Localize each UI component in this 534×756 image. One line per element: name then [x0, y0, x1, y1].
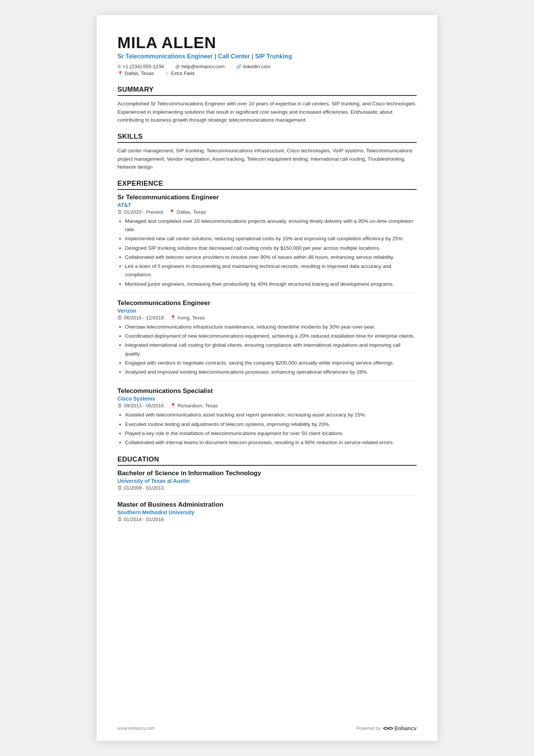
- edu-item: Bachelor of Science in Information Techn…: [117, 470, 417, 496]
- bullet-item: Integrated international call routing fo…: [125, 341, 417, 358]
- skills-heading: SKILLS: [117, 133, 417, 143]
- location-contact: 📍 Dallas, Texas: [117, 70, 154, 76]
- pin-icon: 📍: [170, 315, 176, 321]
- job-dates: 🗓 09/2013 - 05/2016: [117, 403, 164, 409]
- job-company: Verizon: [117, 308, 417, 314]
- job-item: Sr Telecommunications EngineerAT&T 🗓 01/…: [117, 194, 417, 293]
- job-title: Telecommunications Engineer: [117, 299, 417, 307]
- summary-text: Accomplished Sr Telecommunications Engin…: [117, 100, 417, 124]
- job-bullets: Assisted with telecommunications asset t…: [117, 411, 417, 447]
- linkedin-value: linkedin.com: [243, 64, 270, 69]
- bullet-item: Oversaw telecommunications infrastructur…: [125, 323, 417, 331]
- job-divider: [117, 293, 417, 293]
- job-meta: 🗓 01/2020 - Present 📍 Dallas, Texas: [117, 209, 417, 215]
- job-divider: [117, 381, 417, 381]
- bullet-item: Engaged with vendors to negotiate contra…: [125, 359, 417, 367]
- extra-value: Extra Field: [171, 70, 194, 76]
- job-company: AT&T: [117, 202, 417, 208]
- summary-section: SUMMARY Accomplished Sr Telecommunicatio…: [117, 86, 417, 124]
- job-company: Cisco Systems: [117, 396, 417, 402]
- email-value: help@enhancv.com: [181, 64, 225, 69]
- bullet-item: Collaborated with telecom service provid…: [125, 253, 417, 261]
- edu-dates: 🗓 01/2009 - 01/2013: [117, 485, 417, 491]
- education-section: EDUCATION Bachelor of Science in Informa…: [117, 455, 417, 522]
- job-dates: 🗓 06/2016 - 12/2019: [117, 315, 164, 321]
- bullet-item: Led a team of 5 engineers in documenting…: [125, 262, 417, 279]
- jobs-list: Sr Telecommunications EngineerAT&T 🗓 01/…: [117, 194, 417, 447]
- pin-icon: 📍: [170, 403, 176, 409]
- calendar-icon: 🗓: [117, 517, 122, 522]
- job-item: Telecommunications SpecialistCisco Syste…: [117, 387, 417, 447]
- summary-heading: SUMMARY: [117, 86, 417, 96]
- location-icon: 📍: [117, 71, 123, 76]
- contact-row: ✆ +1-(234)-555-1234 @ help@enhancv.com 🔗…: [117, 64, 417, 70]
- candidate-title: Sr Telecommunications Engineer | Call Ce…: [117, 53, 417, 60]
- job-bullets: Oversaw telecommunications infrastructur…: [117, 323, 417, 377]
- skills-text: Call center management, SIP trunking, Te…: [117, 147, 417, 171]
- brand-name: Enhancv: [395, 725, 417, 731]
- footer-website: www.enhancv.com: [117, 726, 155, 731]
- job-meta: 🗓 06/2016 - 12/2019 📍 Irving, Texas: [117, 315, 417, 321]
- star-icon: ☆: [165, 71, 169, 76]
- edu-dates: 🗓 01/2014 - 01/2016: [117, 517, 417, 522]
- bullet-item: Analyzed and improved existing telecommu…: [125, 368, 417, 376]
- email-contact: @ help@enhancv.com: [175, 64, 225, 69]
- skills-section: SKILLS Call center management, SIP trunk…: [117, 133, 417, 171]
- bullet-item: Mentored junior engineers, increasing th…: [125, 280, 417, 288]
- email-icon: @: [175, 64, 180, 69]
- edu-divider: [117, 495, 417, 496]
- job-meta: 🗓 09/2013 - 05/2016 📍 Richardson, Texas: [117, 403, 417, 409]
- enhancv-logo-icon: [383, 725, 393, 731]
- resume-page: MILA ALLEN Sr Telecommunications Enginee…: [97, 15, 437, 741]
- calendar-icon: 🗓: [117, 209, 122, 215]
- page-footer: www.enhancv.com Powered by Enhancv: [117, 725, 417, 731]
- edu-item: Master of Business Administration Southe…: [117, 501, 417, 522]
- phone-icon: ✆: [117, 64, 121, 69]
- powered-by-label: Powered by: [356, 726, 380, 731]
- bullet-item: Executed routine testing and adjustments…: [125, 420, 417, 429]
- job-title: Sr Telecommunications Engineer: [117, 194, 417, 201]
- edu-school: Southern Methodist University: [117, 509, 417, 515]
- edu-degree: Master of Business Administration: [117, 501, 417, 509]
- phone-value: +1-(234)-555-1234: [123, 64, 164, 69]
- footer-brand: Powered by Enhancv: [356, 725, 417, 731]
- linkedin-contact: 🔗 linkedin.com: [236, 64, 270, 69]
- edu-school: University of Texas at Austin: [117, 478, 417, 484]
- calendar-icon: 🗓: [117, 485, 122, 491]
- header: MILA ALLEN Sr Telecommunications Enginee…: [117, 34, 417, 77]
- job-bullets: Managed and completed over 20 telecommun…: [117, 217, 417, 288]
- bullet-item: Coordinated deployment of new telecommun…: [125, 332, 417, 340]
- bullet-item: Collaborated with internal teams to docu…: [125, 438, 417, 447]
- bullet-item: Implemented new call center solutions, r…: [125, 235, 417, 243]
- job-location: 📍 Irving, Texas: [170, 315, 205, 321]
- candidate-name: MILA ALLEN: [117, 34, 417, 52]
- phone-contact: ✆ +1-(234)-555-1234: [117, 64, 164, 69]
- education-heading: EDUCATION: [117, 455, 417, 466]
- job-item: Telecommunications EngineerVerizon 🗓 06/…: [117, 299, 417, 382]
- enhancv-logo: Enhancv: [383, 725, 417, 731]
- contact-row-2: 📍 Dallas, Texas ☆ Extra Field: [117, 70, 417, 77]
- experience-section: EXPERIENCE Sr Telecommunications Enginee…: [117, 180, 417, 447]
- location-value: Dallas, Texas: [125, 70, 154, 76]
- job-location: 📍 Dallas, Texas: [169, 209, 206, 215]
- calendar-icon: 🗓: [117, 403, 122, 409]
- extra-contact: ☆ Extra Field: [165, 70, 194, 76]
- education-list: Bachelor of Science in Information Techn…: [117, 470, 417, 522]
- job-dates: 🗓 01/2020 - Present: [117, 209, 163, 215]
- bullet-item: Assisted with telecommunications asset t…: [125, 411, 417, 419]
- edu-degree: Bachelor of Science in Information Techn…: [117, 470, 417, 477]
- experience-heading: EXPERIENCE: [117, 180, 417, 190]
- calendar-icon: 🗓: [117, 315, 122, 321]
- pin-icon: 📍: [169, 209, 175, 215]
- job-location: 📍 Richardson, Texas: [170, 403, 218, 409]
- job-title: Telecommunications Specialist: [117, 387, 417, 395]
- linkedin-icon: 🔗: [236, 64, 242, 69]
- bullet-item: Played a key role in the installation of…: [125, 429, 417, 438]
- bullet-item: Managed and completed over 20 telecommun…: [125, 217, 417, 234]
- bullet-item: Designed SIP trunking solutions that dec…: [125, 244, 417, 252]
